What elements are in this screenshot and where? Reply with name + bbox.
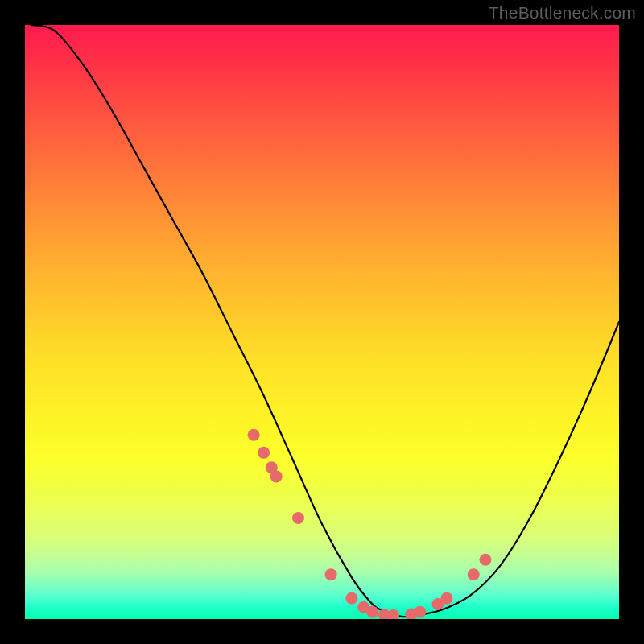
marker-dot [270, 470, 283, 482]
chart-frame: TheBottleneck.com [0, 0, 644, 644]
marker-dot [440, 592, 452, 605]
chart-svg [25, 25, 619, 619]
marker-dot [479, 554, 491, 566]
marker-dot [345, 592, 357, 605]
marker-dot [258, 447, 270, 459]
marker-dot [325, 568, 337, 580]
marker-dot [387, 609, 399, 619]
marker-dot [292, 512, 304, 524]
marker-dot [366, 606, 378, 618]
marker-dots [248, 429, 492, 619]
curve-line [31, 25, 619, 617]
plot-area [25, 25, 619, 619]
watermark-text: TheBottleneck.com [489, 3, 636, 23]
marker-dot [414, 606, 426, 618]
marker-dot [248, 429, 260, 441]
marker-dot [468, 568, 480, 580]
